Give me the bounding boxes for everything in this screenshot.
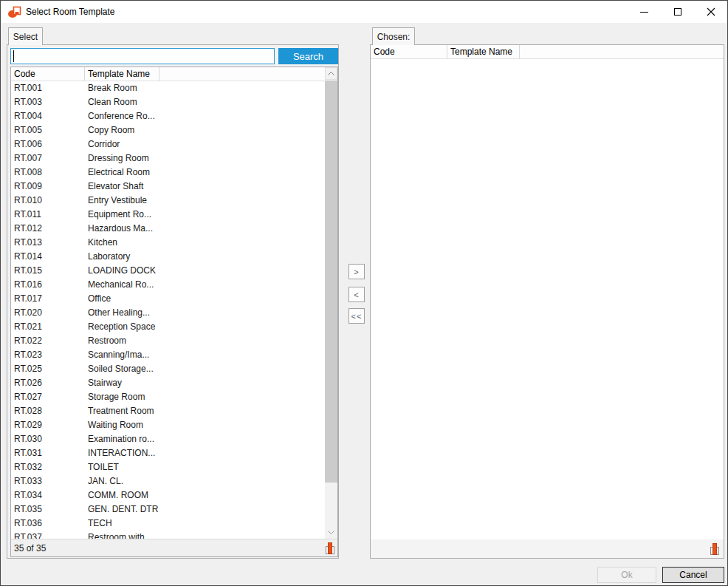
column-header-code[interactable]: Code (371, 45, 447, 58)
list-rows: RT.001 Break Room RT.003 Clean Room RT.0… (11, 81, 325, 539)
table-row[interactable]: RT.012 Hazardous Ma... (11, 222, 325, 236)
move-left-button[interactable]: < (348, 287, 365, 302)
row-count: 35 of 35 (14, 543, 46, 553)
table-row[interactable]: RT.034 COMM. ROOM (11, 488, 325, 502)
tab-select[interactable]: Select (8, 27, 43, 45)
table-row[interactable]: RT.033 JAN. CL. (11, 474, 325, 488)
cell-code: RT.011 (11, 208, 85, 222)
table-row[interactable]: RT.003 Clean Room (11, 95, 325, 109)
table-row[interactable]: RT.025 Soiled Storage... (11, 362, 325, 376)
table-row[interactable]: RT.022 Restroom (11, 334, 325, 348)
table-row[interactable]: RT.016 Mechanical Ro... (11, 278, 325, 292)
cell-template-name: Corridor (85, 137, 159, 151)
cell-code: RT.022 (11, 334, 85, 348)
cell-template-name: Restroom with... (85, 531, 159, 539)
cell-template-name: Stairway (85, 376, 159, 390)
cell-code: RT.003 (11, 95, 85, 109)
column-header-filler (520, 45, 724, 58)
cell-code: RT.036 (11, 517, 85, 531)
table-row[interactable]: RT.030 Examination ro... (11, 432, 325, 446)
table-row[interactable]: RT.007 Dressing Room (11, 151, 325, 166)
cell-template-name: TOILET (85, 460, 159, 474)
chosen-list-header: Code Template Name (371, 45, 724, 59)
table-row[interactable]: RT.011 Equipment Ro... (11, 208, 325, 222)
table-row[interactable]: RT.029 Waiting Room (11, 418, 325, 432)
cell-template-name: TECH (85, 517, 159, 531)
table-row[interactable]: RT.010 Entry Vestibule (11, 194, 325, 208)
ok-button[interactable]: Ok (597, 567, 656, 583)
cell-template-name: Copy Room (85, 123, 159, 137)
cell-code: RT.027 (11, 390, 85, 404)
column-layout-icon[interactable] (710, 543, 719, 555)
table-row[interactable]: RT.005 Copy Room (11, 123, 325, 137)
table-row[interactable]: RT.026 Stairway (11, 376, 325, 390)
cell-template-name: Equipment Ro... (85, 208, 159, 222)
cell-template-name: GEN. DENT. DTR (85, 502, 159, 517)
table-row[interactable]: RT.031 INTERACTION... (11, 446, 325, 460)
close-button[interactable] (694, 1, 727, 23)
cell-template-name: COMM. ROOM (85, 488, 159, 502)
table-row[interactable]: RT.036 TECH (11, 517, 325, 531)
column-header-code[interactable]: Code (11, 67, 85, 81)
table-row[interactable]: RT.009 Elevator Shaft (11, 180, 325, 194)
scroll-down-button[interactable] (325, 526, 337, 539)
table-row[interactable]: RT.023 Scanning/Ima... (11, 348, 325, 362)
cell-code: RT.026 (11, 376, 85, 390)
cell-code: RT.030 (11, 432, 85, 446)
column-header-template-name[interactable]: Template Name (85, 67, 159, 81)
cell-code: RT.007 (11, 151, 85, 166)
vertical-scrollbar[interactable] (325, 67, 337, 539)
titlebar: Select Room Template (1, 1, 727, 23)
cell-template-name: Electrical Room (85, 166, 159, 180)
table-row[interactable]: RT.014 Laboratory (11, 250, 325, 264)
cell-template-name: Soiled Storage... (85, 362, 159, 376)
cell-code: RT.015 (11, 264, 85, 278)
cell-code: RT.006 (11, 137, 85, 151)
table-row[interactable]: RT.035 GEN. DENT. DTR (11, 502, 325, 517)
cell-template-name: Reception Space (85, 320, 159, 334)
cell-code: RT.032 (11, 460, 85, 474)
minimize-button[interactable] (628, 1, 661, 23)
cell-code: RT.031 (11, 446, 85, 460)
search-input[interactable] (10, 48, 275, 64)
cell-template-name: Scanning/Ima... (85, 348, 159, 362)
table-row[interactable]: RT.006 Corridor (11, 137, 325, 151)
select-panel: Search Code Template Name RT.001 Break R… (7, 44, 339, 559)
search-button[interactable]: Search (278, 48, 338, 64)
table-row[interactable]: RT.001 Break Room (11, 81, 325, 95)
chosen-panel: Code Template Name (370, 44, 724, 559)
maximize-button[interactable] (661, 1, 694, 23)
table-row[interactable]: RT.037 Restroom with... (11, 531, 325, 539)
window-title: Select Room Template (26, 7, 115, 17)
table-row[interactable]: RT.008 Electrical Room (11, 166, 325, 180)
cell-template-name: Laboratory (85, 250, 159, 264)
tab-chosen[interactable]: Chosen: (372, 27, 415, 45)
cell-template-name: JAN. CL. (85, 474, 159, 488)
table-row[interactable]: RT.013 Kitchen (11, 236, 325, 250)
table-row[interactable]: RT.021 Reception Space (11, 320, 325, 334)
cell-code: RT.004 (11, 109, 85, 123)
cell-template-name: Waiting Room (85, 418, 159, 432)
cell-code: RT.013 (11, 236, 85, 250)
table-row[interactable]: RT.028 Treatment Room (11, 404, 325, 418)
table-row[interactable]: RT.015 LOADING DOCK (11, 264, 325, 278)
cell-code: RT.009 (11, 180, 85, 194)
scroll-up-button[interactable] (325, 67, 337, 80)
table-row[interactable]: RT.032 TOILET (11, 460, 325, 474)
cell-template-name: Storage Room (85, 390, 159, 404)
column-layout-icon[interactable] (326, 542, 334, 554)
cell-template-name: Kitchen (85, 236, 159, 250)
move-all-left-button[interactable]: << (348, 308, 365, 324)
cell-template-name: Clean Room (85, 95, 159, 109)
cancel-button[interactable]: Cancel (662, 567, 724, 583)
table-row[interactable]: RT.027 Storage Room (11, 390, 325, 404)
scrollbar-thumb[interactable] (325, 81, 337, 483)
table-row[interactable]: RT.004 Conference Ro... (11, 109, 325, 123)
cell-template-name: Treatment Room (85, 404, 159, 418)
cell-code: RT.025 (11, 362, 85, 376)
column-header-template-name[interactable]: Template Name (447, 45, 520, 58)
chevron-up-icon (328, 72, 334, 75)
table-row[interactable]: RT.020 Other Healing... (11, 306, 325, 320)
table-row[interactable]: RT.017 Office (11, 292, 325, 306)
move-right-button[interactable]: > (348, 264, 365, 279)
